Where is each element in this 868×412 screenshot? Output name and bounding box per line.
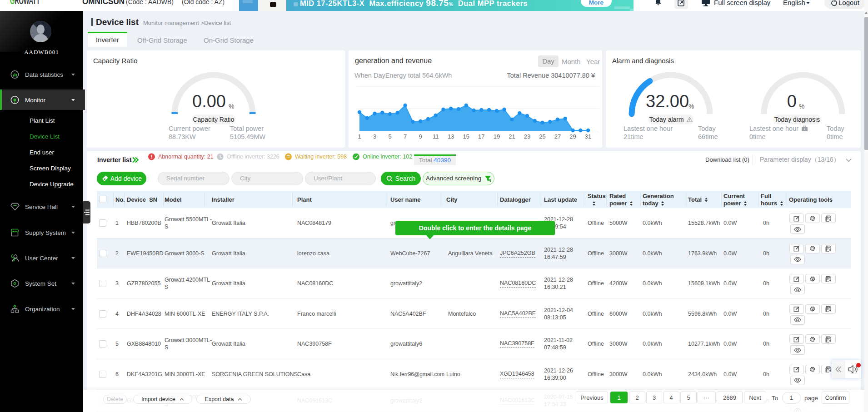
svg-text:11: 11: [433, 133, 439, 140]
svg-text:25: 25: [539, 133, 545, 140]
svg-text:13: 13: [448, 133, 454, 140]
svg-text:3: 3: [373, 133, 376, 140]
svg-text:17: 17: [478, 133, 484, 140]
svg-text:9: 9: [419, 133, 422, 140]
svg-text:19: 19: [494, 133, 500, 140]
svg-text:31: 31: [585, 133, 591, 140]
svg-text:27: 27: [554, 133, 561, 140]
svg-text:1: 1: [358, 133, 361, 140]
svg-text:5: 5: [388, 133, 391, 140]
svg-text:29: 29: [569, 133, 576, 140]
svg-text:21: 21: [509, 133, 515, 140]
svg-text:15: 15: [463, 133, 469, 140]
svg-text:23: 23: [524, 133, 530, 140]
svg-text:7: 7: [404, 133, 407, 140]
